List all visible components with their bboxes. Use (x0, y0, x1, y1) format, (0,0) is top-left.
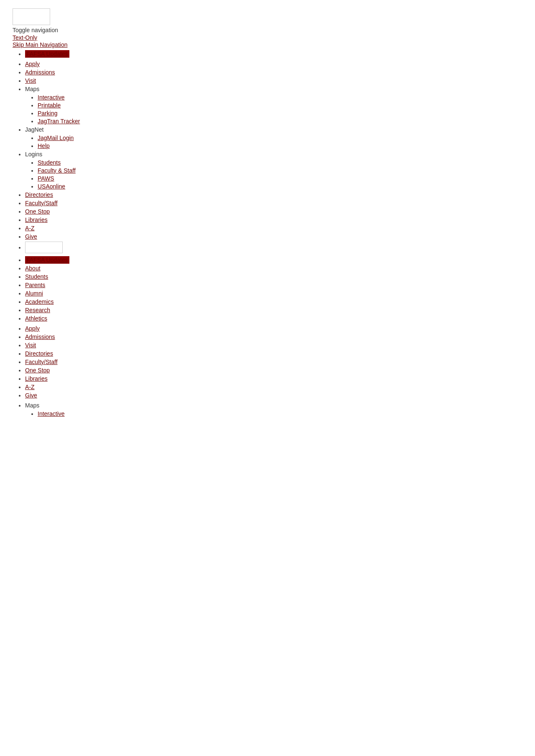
one-stop-link[interactable]: One Stop (25, 208, 50, 215)
maps-sub-jagtran: JagTran Tracker (38, 118, 522, 125)
alumni-link[interactable]: Alumni (25, 290, 43, 297)
sec-nav-faculty-staff: Faculty/Staff (25, 359, 522, 365)
bottom-maps-item: Maps Interactive (25, 402, 522, 417)
main-nav-list: FAFSA Updates About Students Parents Alu… (25, 257, 522, 322)
maps-printable-link[interactable]: Printable (38, 102, 61, 109)
nav-item-az: A-Z (25, 225, 522, 232)
nav-search-item (25, 242, 522, 253)
sec-directories-link[interactable]: Directories (25, 350, 53, 357)
jagnet-help-link[interactable]: Help (38, 143, 50, 149)
main-nav-parents: Parents (25, 282, 522, 288)
apply-link[interactable]: Apply (25, 61, 40, 67)
search-input[interactable] (25, 242, 63, 253)
sec-faculty-staff-link[interactable]: Faculty/Staff (25, 359, 58, 365)
logins-label: Logins (25, 151, 42, 158)
nav-item-libraries: Libraries (25, 216, 522, 223)
sec-nav-libraries: Libraries (25, 375, 522, 382)
athletics-link[interactable]: Athletics (25, 315, 47, 322)
sec-apply-link[interactable]: Apply (25, 325, 40, 332)
nav-item-jagnet: JagNet JagMail Login Help (25, 126, 522, 149)
give-link[interactable]: Give (25, 233, 37, 240)
logins-sub-paws: PAWS (38, 175, 522, 182)
students-link[interactable]: Students (25, 273, 48, 280)
nav-item-apply: Apply (25, 61, 522, 67)
jagmail-link[interactable]: JagMail Login (38, 135, 74, 141)
jagnet-sub-help: Help (38, 143, 522, 149)
fafsa-link[interactable]: FAFSA Updates (25, 50, 69, 58)
libraries-link[interactable]: Libraries (25, 216, 48, 223)
faculty-staff-link[interactable]: Faculty/Staff (25, 200, 58, 206)
secondary-nav-list: Apply Admissions Visit Directories Facul… (25, 325, 522, 399)
bottom-maps-sublist: Interactive (38, 410, 522, 417)
sec-nav-give: Give (25, 392, 522, 399)
az-link[interactable]: A-Z (25, 225, 35, 232)
sec-libraries-link[interactable]: Libraries (25, 375, 48, 382)
nav-item-admissions: Admissions (25, 69, 522, 76)
maps-interactive-link[interactable]: Interactive (38, 94, 65, 101)
maps-sub-parking: Parking (38, 110, 522, 117)
maps-sublist: Interactive Printable Parking JagTran Tr… (38, 94, 522, 125)
logins-students-link[interactable]: Students (38, 159, 61, 166)
logins-sub-students: Students (38, 159, 522, 166)
sec-visit-link[interactable]: Visit (25, 342, 36, 349)
main-nav-about: About (25, 265, 522, 272)
sec-nav-visit: Visit (25, 342, 522, 349)
top-nav-list: FAFSA Updates (25, 51, 522, 57)
maps-jagtran-link[interactable]: JagTran Tracker (38, 118, 80, 125)
logins-sublist: Students Faculty & Staff PAWS USAonline (38, 159, 522, 190)
sec-nav-apply: Apply (25, 325, 522, 332)
main-nav-alumni: Alumni (25, 290, 522, 297)
nav-item-faculty-staff: Faculty/Staff (25, 200, 522, 206)
skip-main-nav-link[interactable]: Skip Main Navigation (13, 41, 522, 48)
logins-paws-link[interactable]: PAWS (38, 175, 54, 182)
sec-nav-admissions: Admissions (25, 333, 522, 340)
main-nav-students: Students (25, 273, 522, 280)
sec-nav-directories: Directories (25, 350, 522, 357)
nav-item-visit: Visit (25, 77, 522, 84)
bottom-maps-label: Maps (25, 402, 39, 409)
main-nav-fafsa[interactable]: FAFSA Updates (25, 257, 522, 263)
jagnet-sublist: JagMail Login Help (38, 135, 522, 149)
sec-nav-one-stop: One Stop (25, 367, 522, 374)
jagnet-sub-jagmail: JagMail Login (38, 135, 522, 141)
academics-link[interactable]: Academics (25, 298, 54, 305)
logins-faculty-staff-link[interactable]: Faculty & Staff (38, 167, 76, 174)
research-link[interactable]: Research (25, 307, 50, 313)
main-nav-academics: Academics (25, 298, 522, 305)
main-nav-athletics: Athletics (25, 315, 522, 322)
admissions-link[interactable]: Admissions (25, 69, 55, 76)
nav-item-maps: Maps Interactive Printable Parking JagTr… (25, 86, 522, 125)
bottom-maps-interactive-link[interactable]: Interactive (38, 410, 65, 417)
sec-one-stop-link[interactable]: One Stop (25, 367, 50, 374)
logins-usaonline-link[interactable]: USAonline (38, 183, 65, 190)
top-nav-fafsa[interactable]: FAFSA Updates (25, 51, 522, 57)
nav-item-directories: Directories (25, 191, 522, 198)
text-only-link[interactable]: Text-Only (13, 34, 522, 41)
toggle-nav-label: Toggle navigation (13, 27, 522, 33)
nav-item-give: Give (25, 233, 522, 240)
parents-link[interactable]: Parents (25, 282, 45, 288)
logins-sub-usaonline: USAonline (38, 183, 522, 190)
logins-sub-faculty-staff: Faculty & Staff (38, 167, 522, 174)
maps-sub-interactive: Interactive (38, 94, 522, 101)
maps-parking-link[interactable]: Parking (38, 110, 57, 117)
nav-item-one-stop: One Stop (25, 208, 522, 215)
main-nav-research: Research (25, 307, 522, 313)
toggle-nav-button-box[interactable] (13, 8, 50, 25)
sec-give-link[interactable]: Give (25, 392, 37, 399)
bottom-maps-interactive: Interactive (38, 410, 522, 417)
visit-link[interactable]: Visit (25, 77, 36, 84)
maps-label: Maps (25, 86, 39, 92)
sec-admissions-link[interactable]: Admissions (25, 333, 55, 340)
bottom-maps-list: Maps Interactive (25, 402, 522, 417)
nav-item-logins: Logins Students Faculty & Staff PAWS USA… (25, 151, 522, 190)
about-link[interactable]: About (25, 265, 41, 272)
jagnet-label: JagNet (25, 126, 43, 133)
sec-az-link[interactable]: A-Z (25, 384, 35, 390)
directories-link[interactable]: Directories (25, 191, 53, 198)
maps-sub-printable: Printable (38, 102, 522, 109)
sec-nav-az: A-Z (25, 384, 522, 390)
main-fafsa-link[interactable]: FAFSA Updates (25, 256, 69, 264)
top-nav-main-list: Apply Admissions Visit Maps Interactive … (25, 61, 522, 253)
